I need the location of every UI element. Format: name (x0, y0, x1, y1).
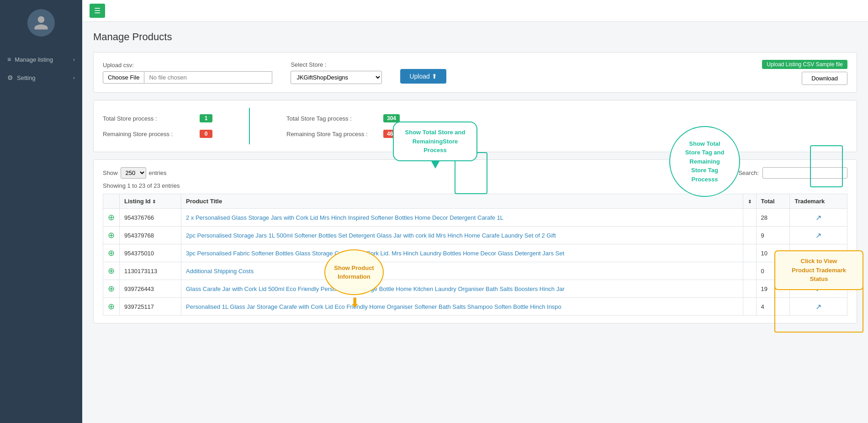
hamburger-button[interactable]: ☰ (90, 4, 105, 18)
stats-section: Total Store process : 1 Remaining Store … (93, 100, 857, 152)
product-title-link[interactable]: Personalised 1L Glass Jar Storage Carafe… (186, 303, 561, 310)
total-store-label: Total Store process : (103, 115, 194, 122)
expand-icon[interactable]: ⊕ (108, 284, 115, 293)
listing-id-cell: 1130173113 (120, 262, 181, 280)
external-link-icon[interactable]: ↗ (815, 267, 821, 275)
product-title-link[interactable]: 3pc Personalised Fabric Softener Bottles… (186, 250, 564, 257)
sort-cell (743, 280, 756, 298)
total-tag-item: Total Store Tag process : 304 (286, 114, 400, 122)
upload-sample-group: Upload Listing CSV Sample file Download (762, 60, 847, 85)
expand-icon[interactable]: ⊕ (108, 302, 115, 311)
product-title-cell: 2 x Personalised Glass Storage Jars with… (181, 209, 743, 227)
store-select[interactable]: JKGiftShopDesigns (291, 71, 382, 84)
remaining-tag-label: Remaining Store Tag process : (286, 131, 378, 137)
tag-stats: Total Store Tag process : 304 Remaining … (286, 114, 400, 138)
expand-icon[interactable]: ⊕ (108, 231, 115, 240)
remaining-store-badge: 0 (200, 130, 212, 138)
listing-id-cell: 939726443 (120, 280, 181, 298)
sort-cell (743, 209, 756, 227)
sort-cell (743, 227, 756, 244)
total-cell: 10 (756, 244, 790, 262)
trademark-cell: ↗ (790, 244, 847, 262)
total-tag-label: Total Store Tag process : (286, 115, 378, 122)
product-title-link[interactable]: 2 x Personalised Glass Storage Jars with… (186, 214, 503, 221)
table-row: ⊕ 954375010 3pc Personalised Fabric Soft… (103, 244, 847, 262)
total-cell: 4 (756, 298, 790, 316)
trademark-cell: ↗ (790, 262, 847, 280)
col-total: Total (756, 194, 790, 209)
download-button[interactable]: Download (802, 72, 847, 85)
remaining-tag-item: Remaining Store Tag process : 46 (286, 130, 400, 138)
gear-icon: ⚙ (7, 74, 13, 81)
listing-id-cell: 954379768 (120, 227, 181, 244)
external-link-icon[interactable]: ↗ (815, 232, 821, 239)
expand-cell: ⊕ (103, 280, 120, 298)
total-cell: 28 (756, 209, 790, 227)
chevron-icon: ‹ (73, 75, 75, 80)
page-title: Manage Products (93, 31, 857, 43)
expand-icon[interactable]: ⊕ (108, 266, 115, 275)
main-content: ☰ Manage Products Upload csv: Choose Fil… (82, 0, 868, 423)
total-tag-badge: 304 (383, 114, 400, 122)
expand-icon[interactable]: ⊕ (108, 213, 115, 222)
sort-cell (743, 298, 756, 316)
col-sort: ⇕ (743, 194, 756, 209)
external-link-icon[interactable]: ↗ (815, 214, 821, 222)
total-cell: 9 (756, 227, 790, 244)
trademark-cell: ↗ (790, 209, 847, 227)
table-header-row: Listing Id ⇕ Product Title ⇕ Total Trade… (103, 194, 847, 209)
store-label: Select Store : (291, 61, 382, 68)
file-input-wrap: Choose File No file chosen (103, 71, 272, 84)
external-link-icon[interactable]: ↗ (815, 303, 821, 311)
external-link-icon[interactable]: ↗ (815, 249, 821, 257)
search-input[interactable] (762, 167, 847, 179)
product-title-link[interactable]: Glass Carafe Jar with Cork Lid 500ml Eco… (186, 286, 565, 292)
avatar (27, 9, 55, 37)
trademark-cell: ↗ (790, 298, 847, 316)
remaining-store-item: Remaining Store process : 0 (103, 130, 212, 138)
table-controls: Show 250 entries CSV Search: (103, 167, 847, 179)
external-link-icon[interactable]: ↗ (815, 285, 821, 293)
sample-label: Upload Listing CSV Sample file (762, 60, 847, 69)
product-title-cell: Personalised 1L Glass Jar Storage Carafe… (181, 298, 743, 316)
listing-id-cell: 939725117 (120, 298, 181, 316)
upload-button[interactable]: Upload ⬆ (400, 69, 446, 84)
col-product-title: Product Title (181, 194, 743, 209)
show-entries-group: Show 250 entries (103, 167, 167, 179)
sort-cell (743, 244, 756, 262)
remaining-tag-badge: 46 (383, 130, 397, 138)
table-section: Show 250 entries CSV Search: Showing 1 t… (93, 159, 857, 323)
trademark-cell: ↗ (790, 227, 847, 244)
entries-select[interactable]: 250 (121, 167, 146, 179)
product-title-link[interactable]: 2pc Personalised Storage Jars 1L 500ml S… (186, 232, 556, 239)
choose-file-button[interactable]: Choose File (103, 71, 144, 84)
sidebar: ≡ Manage listing ‹ ⚙ Setting ‹ (0, 0, 82, 423)
table-row: ⊕ 939726443 Glass Carafe Jar with Cork L… (103, 280, 847, 298)
sidebar-item-label: Manage listing (15, 56, 53, 63)
expand-cell: ⊕ (103, 244, 120, 262)
sidebar-item-setting[interactable]: ⚙ Setting ‹ (0, 69, 82, 87)
expand-cell: ⊕ (103, 298, 120, 316)
list-icon: ≡ (7, 56, 11, 63)
col-trademark: Trademark (790, 194, 847, 209)
product-title-cell: 3pc Personalised Fabric Softener Bottles… (181, 244, 743, 262)
expand-icon[interactable]: ⊕ (108, 249, 115, 258)
product-title-cell: Additional Shipping Costs (181, 262, 743, 280)
table-row: ⊕ 954379768 2pc Personalised Storage Jar… (103, 227, 847, 244)
table-row: ⊕ 1130173113 Additional Shipping Costs 0… (103, 262, 847, 280)
content-area: Manage Products Upload csv: Choose File … (82, 22, 868, 423)
listing-id-cell: 954376766 (120, 209, 181, 227)
store-stats: Total Store process : 1 Remaining Store … (103, 114, 212, 138)
csv-button[interactable]: CSV (712, 168, 733, 179)
trademark-cell: ↗ (790, 280, 847, 298)
search-group: Search: (738, 167, 847, 179)
total-store-item: Total Store process : 1 (103, 114, 212, 122)
table-body: ⊕ 954376766 2 x Personalised Glass Stora… (103, 209, 847, 316)
sidebar-item-manage-listing[interactable]: ≡ Manage listing ‹ (0, 50, 82, 69)
user-icon (33, 15, 49, 31)
product-title-link[interactable]: Additional Shipping Costs (186, 268, 254, 275)
sidebar-item-label: Setting (17, 74, 35, 81)
total-cell: 19 (756, 280, 790, 298)
expand-cell: ⊕ (103, 227, 120, 244)
products-table: Listing Id ⇕ Product Title ⇕ Total Trade… (103, 194, 847, 316)
